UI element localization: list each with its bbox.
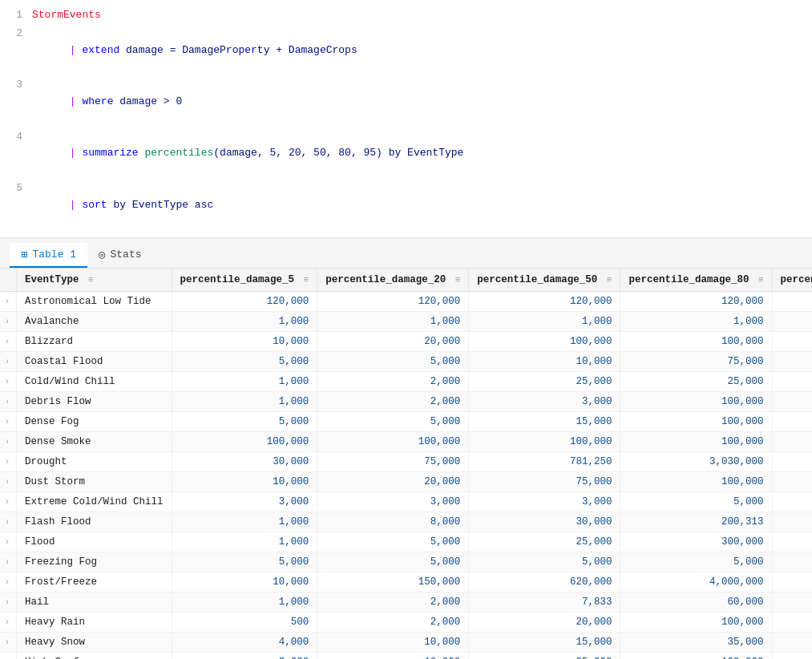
table-row: ›Flash Flood1,0008,00030,000200,3132,000… — [0, 512, 812, 532]
col-p95-header[interactable]: percentile_damage_95 ≡ — [772, 269, 812, 292]
cell-p50: 25,000 — [469, 372, 620, 392]
results-table-container: EventType ≡ percentile_damage_5 ≡ percen… — [0, 269, 812, 659]
cell-eventtype: Dense Smoke — [17, 432, 172, 452]
cell-p20: 100,000 — [317, 432, 469, 452]
code-line-5: 5 | sort by EventType asc — [0, 180, 812, 231]
cell-p50: 120,000 — [469, 292, 620, 312]
row-expander[interactable]: › — [0, 392, 17, 412]
col-p20-header[interactable]: percentile_damage_20 ≡ — [317, 269, 469, 292]
cell-p50: 1,000 — [469, 312, 620, 332]
col-p5-header[interactable]: percentile_damage_5 ≡ — [172, 269, 317, 292]
cell-p95: 500,000 — [772, 472, 812, 492]
row-expander[interactable]: › — [0, 352, 17, 372]
row-expander[interactable]: › — [0, 412, 17, 432]
table-row: ›Dense Smoke100,000100,000100,000100,000… — [0, 432, 812, 452]
line-number-2: 2 — [6, 26, 22, 42]
cell-p50: 15,000 — [469, 412, 620, 432]
cell-p50: 100,000 — [469, 432, 620, 452]
cell-eventtype: Avalanche — [17, 312, 172, 332]
row-expander[interactable]: › — [0, 552, 17, 572]
table-row: ›Extreme Cold/Wind Chill3,0003,0003,0005… — [0, 492, 812, 512]
cell-p20: 5,000 — [317, 412, 469, 432]
col-p50-header[interactable]: percentile_damage_50 ≡ — [469, 269, 620, 292]
cell-p5: 1,000 — [172, 592, 317, 613]
cell-p50: 3,000 — [469, 392, 620, 412]
cell-p50: 30,000 — [469, 512, 620, 532]
code-content-1: StormEvents — [32, 7, 101, 24]
cell-eventtype: High Surf — [17, 653, 172, 659]
row-expander[interactable]: › — [0, 372, 17, 392]
cell-eventtype: Heavy Snow — [17, 633, 172, 653]
row-expander[interactable]: › — [0, 532, 17, 552]
row-expander[interactable]: › — [0, 572, 17, 592]
cell-p5: 3,000 — [172, 492, 317, 512]
cell-p5: 3,000 — [172, 653, 317, 659]
tab-table1[interactable]: ⊞ Table 1 — [10, 243, 87, 268]
cell-p5: 5,000 — [172, 352, 317, 372]
cell-p20: 2,000 — [317, 613, 469, 633]
cell-p20: 1,000 — [317, 312, 469, 332]
row-expander[interactable]: › — [0, 633, 17, 653]
table-row: ›Coastal Flood5,0005,00010,00075,0005,00… — [0, 352, 812, 372]
cell-eventtype: Cold/Wind Chill — [17, 372, 172, 392]
cell-eventtype: Flood — [17, 532, 172, 552]
col-eventtype-filter-icon[interactable]: ≡ — [88, 275, 94, 285]
cell-p5: 5,000 — [172, 552, 317, 572]
cell-p80: 100,000 — [620, 472, 772, 492]
row-expander[interactable]: › — [0, 592, 17, 613]
cell-p5: 1,000 — [172, 312, 317, 332]
cell-eventtype: Freezing Fog — [17, 552, 172, 572]
col-p80-filter-icon[interactable]: ≡ — [758, 275, 764, 285]
row-expander[interactable]: › — [0, 653, 17, 659]
cell-p95: 750,000 — [772, 392, 812, 412]
table-row: ›Heavy Rain5002,00020,000100,00010,000,0… — [0, 613, 812, 633]
table-header-row: EventType ≡ percentile_damage_5 ≡ percen… — [0, 269, 812, 292]
table-row: ›Debris Flow1,0002,0003,000100,000750,00… — [0, 392, 812, 412]
row-expander[interactable]: › — [0, 292, 17, 312]
col-p80-header[interactable]: percentile_damage_80 ≡ — [620, 269, 772, 292]
code-content-3: | where damage > 0 — [32, 77, 182, 127]
cell-p5: 1,000 — [172, 512, 317, 532]
cell-p20: 2,000 — [317, 392, 469, 412]
col-p50-filter-icon[interactable]: ≡ — [607, 275, 612, 285]
code-line-3: 3 | where damage > 0 — [0, 76, 812, 127]
cell-p5: 1,000 — [172, 532, 317, 552]
cell-p50: 100,000 — [469, 332, 620, 352]
cell-p80: 5,000 — [620, 492, 772, 512]
cell-p95: 1,050,000 — [772, 592, 812, 613]
cell-p95: 28,900,000 — [772, 572, 812, 592]
cell-p20: 2,000 — [317, 592, 469, 613]
cell-p95: 100,000 — [772, 432, 812, 452]
table-row: ›Dense Fog5,0005,00015,000100,000130,000 — [0, 412, 812, 432]
cell-p95: 100,000 — [772, 372, 812, 392]
cell-p95: 120,000 — [772, 292, 812, 312]
tab-stats[interactable]: ◎ Stats — [87, 243, 152, 268]
table-row: ›Drought30,00075,000781,2503,030,00010,0… — [0, 452, 812, 472]
row-expander[interactable]: › — [0, 512, 17, 532]
cell-p80: 100,000 — [620, 332, 772, 352]
col-p5-filter-icon[interactable]: ≡ — [304, 275, 309, 285]
row-expander[interactable]: › — [0, 432, 17, 452]
row-expander[interactable]: › — [0, 472, 17, 492]
cell-p20: 20,000 — [317, 472, 469, 492]
cell-p20: 75,000 — [317, 452, 469, 472]
col-p20-filter-icon[interactable]: ≡ — [455, 275, 461, 285]
row-expander[interactable]: › — [0, 613, 17, 633]
table-row: ›Heavy Snow4,00010,00015,00035,000200,00… — [0, 633, 812, 653]
row-expander[interactable]: › — [0, 492, 17, 512]
row-expander[interactable]: › — [0, 312, 17, 332]
row-expander[interactable]: › — [0, 452, 17, 472]
cell-eventtype: Frost/Freeze — [17, 572, 172, 592]
cell-p95: 10,000,000 — [772, 452, 812, 472]
cell-p5: 10,000 — [172, 472, 317, 492]
cell-p20: 5,000 — [317, 532, 469, 552]
cell-p50: 10,000 — [469, 352, 620, 372]
cell-p80: 3,030,000 — [620, 452, 772, 472]
row-expander[interactable]: › — [0, 332, 17, 352]
code-line-2: 2 | extend damage = DamageProperty + Dam… — [0, 25, 812, 76]
cell-p5: 30,000 — [172, 452, 317, 472]
cell-p5: 100,000 — [172, 432, 317, 452]
col-eventtype-header[interactable]: EventType ≡ — [17, 269, 172, 292]
cell-p5: 10,000 — [172, 572, 317, 592]
table-row: ›Freezing Fog5,0005,0005,0005,0005,000 — [0, 552, 812, 572]
